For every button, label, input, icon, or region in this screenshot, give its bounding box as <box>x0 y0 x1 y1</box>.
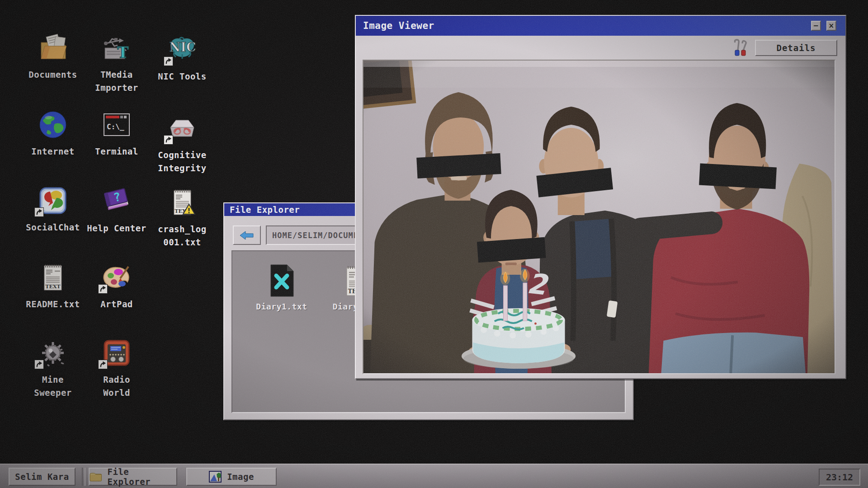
icon-label: ArtPad <box>100 298 133 311</box>
image-viewer-titlebar[interactable]: Image Viewer − × <box>356 16 845 36</box>
icon-label: TMediaImporter <box>95 68 138 94</box>
radio-icon <box>100 337 133 369</box>
desktop-icon-internet[interactable]: Internet <box>17 108 89 158</box>
desktop-icon-radio-world[interactable]: RadioWorld <box>80 337 153 399</box>
icon-label: MineSweeper <box>34 373 72 399</box>
desktop-icon-cognitive-integrity[interactable]: CognitiveIntegrity <box>146 112 218 175</box>
globe-icon <box>37 108 69 141</box>
corrupted-file-icon <box>268 264 295 297</box>
desktop-icon-socialchat[interactable]: SocialChat <box>17 184 89 234</box>
desktop-icon-nic-tools[interactable]: NIC NIC Tools <box>146 33 218 83</box>
usb-device-icon: T <box>100 32 133 64</box>
shortcut-arrow-icon <box>34 207 44 217</box>
back-arrow-icon <box>240 230 254 240</box>
svg-text:TEXT: TEXT <box>45 284 61 290</box>
image-viewer-toolbar: Details <box>357 37 844 59</box>
text-file-icon: TEXT <box>37 261 69 294</box>
desktop-icon-artpad[interactable]: ArtPad <box>80 261 153 311</box>
icon-label: Help Center <box>87 222 146 235</box>
paint-palette-icon <box>100 261 133 294</box>
minimize-icon: − <box>813 23 819 29</box>
taskbar: Selim Kara File Explorer Image 23:12 <box>0 464 868 488</box>
user-start-button[interactable]: Selim Kara <box>9 468 75 486</box>
help-book-icon: ? <box>100 185 133 218</box>
taskbar-clock: 23:12 <box>819 469 860 486</box>
text-file-warning-icon: TEXT ! <box>166 186 198 219</box>
shortcut-arrow-icon <box>98 284 108 294</box>
desktop-icon-mine-sweeper[interactable]: MineSweeper <box>17 337 89 399</box>
svg-text:T: T <box>117 43 128 61</box>
icon-label: Documents <box>28 68 77 81</box>
desktop-icon-help-center[interactable]: ? Help Center <box>80 185 153 235</box>
shortcut-arrow-icon <box>98 360 108 369</box>
back-button[interactable] <box>233 225 261 245</box>
icon-label: Terminal <box>95 145 138 158</box>
folder-documents-icon <box>37 32 69 64</box>
taskbar-separator <box>82 468 85 486</box>
taskbar-button-file-explorer[interactable]: File Explorer <box>89 468 177 486</box>
desktop-icon-crash-log[interactable]: TEXT ! crash_log001.txt <box>146 186 218 249</box>
photo-frame: 2 <box>363 60 835 374</box>
chat-bubbles-icon <box>37 184 69 217</box>
details-button[interactable]: Details <box>755 40 837 56</box>
image-icon <box>209 471 222 483</box>
icon-label: README.txt <box>26 298 80 311</box>
icon-label: Internet <box>31 145 75 158</box>
window-title: Image Viewer <box>363 20 434 31</box>
terminal-window-icon: C:\_ <box>100 108 133 141</box>
window-title: File Explorer <box>230 205 300 215</box>
close-icon: × <box>828 23 834 29</box>
taskbar-button-image[interactable]: Image <box>186 468 277 486</box>
desktop-icon-documents[interactable]: Documents <box>17 32 89 81</box>
svg-text:C:\_: C:\_ <box>107 122 124 131</box>
folder-icon <box>90 472 102 482</box>
close-button[interactable]: × <box>826 21 836 31</box>
svg-text:!: ! <box>188 207 191 215</box>
icon-label: CognitiveIntegrity <box>158 149 206 175</box>
shortcut-arrow-icon <box>164 56 173 66</box>
icon-label: SocialChat <box>26 221 80 234</box>
keycap-device-icon <box>166 112 198 145</box>
icon-label: NIC Tools <box>158 70 206 83</box>
image-viewer-window: Image Viewer − × Details <box>355 15 846 379</box>
svg-text:NIC: NIC <box>170 40 196 54</box>
shortcut-arrow-icon <box>164 135 173 145</box>
desktop-icon-readme[interactable]: TEXT README.txt <box>17 261 89 311</box>
brain-nic-icon: NIC <box>166 33 198 66</box>
shortcut-arrow-icon <box>34 360 44 369</box>
desktop-icon-tmedia-importer[interactable]: T TMediaImporter <box>80 32 153 94</box>
desktop-icon-terminal[interactable]: C:\_ Terminal <box>80 108 153 158</box>
tools-plug-icon[interactable] <box>731 39 747 57</box>
icon-label: RadioWorld <box>103 373 130 399</box>
family-photo: 2 <box>363 61 835 373</box>
mine-icon <box>37 337 69 369</box>
icon-label: crash_log001.txt <box>158 223 206 249</box>
minimize-button[interactable]: − <box>811 21 821 31</box>
file-item-diary1[interactable]: Diary1.txt <box>254 264 310 311</box>
